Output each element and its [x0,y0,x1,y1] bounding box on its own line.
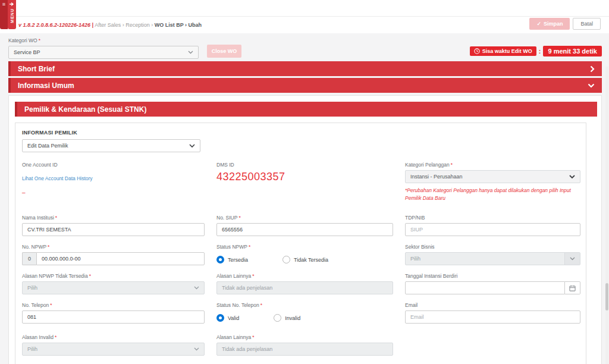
tanggal-instansi-cell: Tanggal Instansi Berdiri [405,273,580,294]
no-siup-cell: No. SIUP* [216,215,393,236]
kategori-pelanggan-note: *Perubahan Kategori Pelanggan hanya dapa… [405,187,580,202]
chevron-down-icon [194,286,199,290]
email-cell: Email [405,302,580,324]
status-npwp-cell: Status NPWP* Tersedia Tidak Tersedia [216,244,393,265]
breadcrumb: v 1.8.2 2.0.8.6.2-120226-1426 | After Sa… [18,22,202,28]
close-wo-button[interactable]: Close WO [207,45,241,58]
pemilik-kendaraan-header: Pemilik & Kendaraan (Sesuai STNK) [15,102,597,117]
radio-tidak-tersedia[interactable]: Tidak Tersedia [282,256,328,263]
no-npwp-cell: No. NPWP* 0 [22,244,205,265]
one-account-label: One Account ID [22,162,205,168]
no-telepon-input[interactable] [22,310,205,324]
main-content: Kategori WO* Service BP Close WO Sisa wa… [0,33,609,364]
radio-valid[interactable]: Valid [216,314,239,322]
breadcrumb-current: WO List BP › Ubah [155,22,202,28]
alasan-invalid-cell: Alasan Invalid* Pilih [22,334,205,356]
email-input[interactable] [405,310,580,324]
arrow-right-icon [10,2,14,7]
no-npwp-input[interactable] [36,252,205,265]
alasan-npwp-select[interactable]: Pilih [22,281,205,294]
radio-selected-icon [216,256,224,263]
dms-id-cell: DMS ID 43225003357 [216,162,393,207]
radio-unselected-icon [282,256,290,263]
radio-selected-icon [216,314,224,322]
kategori-wo-select[interactable]: Service BP [8,46,199,59]
alasan-lainnya-npwp-cell: Alasan Lainnya* [216,273,393,294]
top-bar [0,0,609,17]
hamburger-icon[interactable]: ≡ [0,0,8,29]
scrollbar[interactable] [605,67,608,364]
scrollbar-thumb[interactable] [605,283,608,310]
menu-tab[interactable]: MENU [8,0,16,29]
select-chevron-cell [564,253,580,265]
radio-invalid[interactable]: Invalid [274,314,300,322]
no-telepon-cell: No. Telepon* [22,302,205,324]
sektor-bisnis-cell: Sektor Bisnis Pilih [405,244,580,265]
chevron-down-icon [188,51,193,54]
calendar-icon[interactable] [565,281,580,294]
status-telepon-cell: Status No. Telepon* Valid Invalid [216,302,393,324]
tdp-nib-cell: TDP/NIB [405,215,580,236]
app-version: v 1.8.2 2.0.8.6.2-120226-1426 | [18,22,93,28]
chevron-down-icon [570,257,575,261]
npwp-prefix: 0 [22,252,36,265]
timer-label-badge: Sisa waktu Edit WO [470,46,536,56]
breadcrumb-row: v 1.8.2 2.0.8.6.2-120226-1426 | After Sa… [0,17,609,33]
tdp-nib-input[interactable] [405,223,580,236]
menu-ribbon[interactable]: ≡ MENU [0,0,16,29]
clock-icon [474,48,480,54]
sektor-bisnis-select[interactable]: Pilih [405,252,580,265]
edit-wo-timer: Sisa waktu Edit WO : 9 menit 33 detik [470,46,602,57]
informasi-pemilik-title: INFORMASI PEMILIK [22,130,579,136]
no-siup-input[interactable] [216,223,393,236]
accordion-short-brief[interactable]: Short Brief [8,61,602,76]
chevron-right-icon [590,65,595,73]
kategori-pelanggan-select[interactable]: Instansi - Perusahaan [405,170,580,183]
chevron-down-icon [588,83,595,88]
alasan-lainnya-telepon-cell: Alasan Lainnya* [216,334,393,356]
breadcrumb-trail: After Sales › Reception › [95,22,153,28]
alasan-invalid-select[interactable]: Pilih [22,343,205,356]
cancel-button[interactable]: Batal [573,18,601,30]
dms-id-value: 43225003357 [216,171,393,183]
one-account-value: – [22,189,205,196]
nama-institusi-input[interactable] [22,223,205,236]
dms-id-label: DMS ID [216,162,393,168]
chevron-down-icon [189,144,195,148]
accordion-informasi-umum[interactable]: Informasi Umum [8,78,602,93]
kategori-pelanggan-cell: Kategori Pelanggan* Instansi - Perusahaa… [405,162,580,207]
menu-label: MENU [10,8,14,23]
chevron-down-icon [569,175,575,179]
alasan-lainnya-telepon-input[interactable] [216,343,393,356]
alasan-lainnya-npwp-input[interactable] [216,281,393,294]
check-icon: ✓ [536,21,541,27]
tanggal-instansi-input[interactable] [405,281,565,294]
informasi-umum-panel: Pemilik & Kendaraan (Sesuai STNK) INFORM… [8,95,602,364]
timer-colon: : [539,48,541,55]
data-pemilik-mode-select[interactable]: Edit Data Pemilik [22,139,200,152]
informasi-pemilik-box: INFORMASI PEMILIK Edit Data Pemilik One … [15,123,586,364]
timer-value-badge: 9 menit 33 detik [543,46,602,57]
nama-institusi-cell: Nama Institusi* [22,215,205,236]
one-account-history-link[interactable]: Lihat One Account Data History [22,175,93,181]
radio-unselected-icon [274,314,281,322]
kategori-pelanggan-label: Kategori Pelanggan* [405,162,580,168]
alasan-npwp-cell: Alasan NPWP Tidak Tersedia* Pilih [22,273,205,294]
one-account-cell: One Account ID Lihat One Account Data Hi… [22,162,205,207]
radio-tersedia[interactable]: Tersedia [216,256,248,263]
kategori-wo-label: Kategori WO* [8,37,199,43]
chevron-down-icon [194,347,199,351]
save-button[interactable]: ✓ Simpan [529,18,570,30]
